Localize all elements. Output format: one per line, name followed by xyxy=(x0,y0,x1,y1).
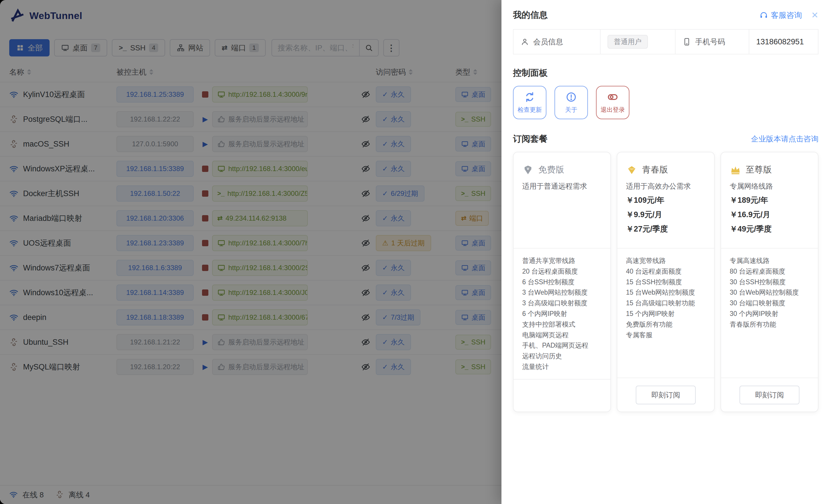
plan-name: 至尊版 xyxy=(746,164,772,176)
plan-card: 至尊版专属网络线路￥189元/年￥16.9元/月￥49元/季度专属高速线路80 … xyxy=(721,152,819,412)
plan-price: ￥49元/季度 xyxy=(730,224,809,234)
plans-title: 订阅套餐 xyxy=(513,133,548,145)
feature-item: 6 台SSH控制额度 xyxy=(522,277,602,288)
plan-price: ￥9.9元/月 xyxy=(626,209,705,220)
member-info-box: 会员信息 普通用户 手机号码 13186082951 xyxy=(513,29,819,55)
feature-item: 3 台高级端口映射额度 xyxy=(522,298,602,308)
plan-features: 专属高速线路80 台远程桌面额度30 台SSH控制额度30 台Web网站控制额度… xyxy=(721,248,818,377)
person-icon xyxy=(520,37,529,46)
plan-tagline: 适用于普通远程需求 xyxy=(522,181,602,191)
plan-name: 免费版 xyxy=(538,164,564,176)
feature-item: 远程访问历史 xyxy=(522,351,602,362)
phone-icon xyxy=(682,37,691,46)
feature-item: 15 个内网IP映射 xyxy=(626,308,705,319)
feature-item: 30 台端口映射额度 xyxy=(730,298,809,308)
account-panel: 我的信息 客服咨询 ✕ 会员信息 普通用户 手机号码 13186082951 控… xyxy=(502,0,830,504)
logout-button[interactable]: 退出登录 xyxy=(596,86,630,119)
plan-price: ￥27元/季度 xyxy=(626,224,705,234)
feature-item: 免费版所有功能 xyxy=(626,319,705,330)
plan-card: v免费版适用于普通远程需求普通共享宽带线路20 台远程桌面额度6 台SSH控制额… xyxy=(513,152,611,412)
feature-item: 流量统计 xyxy=(522,362,602,372)
plan-features: 高速宽带线路40 台远程桌面额度15 台SSH控制额度15 台Web网站控制额度… xyxy=(617,248,714,377)
member-level-cell: 普通用户 xyxy=(600,30,675,54)
plan-tagline: 适用于高效办公需求 xyxy=(626,181,705,191)
shield-gray-icon: v xyxy=(522,164,534,176)
feature-item: 高速宽带线路 xyxy=(626,256,705,266)
plan-cards: v免费版适用于普通远程需求普通共享宽带线路20 台远程桌面额度6 台SSH控制额… xyxy=(513,152,819,412)
phone-number: 13186082951 xyxy=(756,37,804,46)
phone-value-cell: 13186082951 xyxy=(749,30,818,54)
svg-text:v: v xyxy=(527,166,529,170)
panel-title: 我的信息 xyxy=(513,9,548,21)
crown-icon xyxy=(730,164,741,176)
phone-label-cell: 手机号码 xyxy=(675,30,749,54)
plan-name: 青春版 xyxy=(642,164,668,176)
feature-item: 15 台Web网站控制额度 xyxy=(626,287,705,298)
plan-features: 普通共享宽带线路20 台远程桌面额度6 台SSH控制额度3 台Web网站控制额度… xyxy=(514,248,610,379)
control-panel-title: 控制面板 xyxy=(513,67,819,79)
feature-item: 普通共享宽带线路 xyxy=(522,256,602,266)
subscribe-button[interactable]: 即刻订阅 xyxy=(636,385,696,404)
close-icon[interactable]: ✕ xyxy=(811,11,819,20)
plan-tagline: 专属网络线路 xyxy=(730,181,809,191)
screen: WebTunnel 全部桌面7>_SSH4网站⇄端口1 ⋮ 名称 被控主机 访问… xyxy=(0,0,830,504)
panel-header: 我的信息 客服咨询 ✕ xyxy=(513,9,819,21)
feature-item: 电脑端网页远程 xyxy=(522,330,602,340)
feature-item: 40 台远程桌面额度 xyxy=(626,266,705,277)
member-level-badge: 普通用户 xyxy=(608,35,648,49)
feature-item: 青春版所有功能 xyxy=(730,319,809,330)
plan-price: ￥109元/年 xyxy=(626,195,705,205)
info-circle-icon xyxy=(566,91,577,103)
gem-yellow-icon xyxy=(626,164,637,176)
feature-item: 专属客服 xyxy=(626,330,705,340)
plan-price: ￥189元/年 xyxy=(730,195,809,205)
check-update-button[interactable]: 检查更新 xyxy=(513,86,546,119)
feature-item: 支持中控部署模式 xyxy=(522,319,602,330)
feature-item: 30 台SSH控制额度 xyxy=(730,277,809,288)
feature-item: 专属高速线路 xyxy=(730,256,809,266)
about-button[interactable]: 关于 xyxy=(554,86,588,119)
feature-item: 6 个内网IP映射 xyxy=(522,308,602,319)
plan-card: 青春版适用于高效办公需求￥109元/年￥9.9元/月￥27元/季度高速宽带线路4… xyxy=(617,152,715,412)
feature-item: 80 台远程桌面额度 xyxy=(730,266,809,277)
subscribe-button[interactable]: 即刻订阅 xyxy=(739,385,799,404)
plan-price: ￥16.9元/月 xyxy=(730,209,809,220)
feature-item: 15 台高级端口映射功能 xyxy=(626,298,705,308)
feature-item: 20 台远程桌面额度 xyxy=(522,266,602,277)
headset-icon xyxy=(759,11,768,20)
feature-item: 30 台Web网站控制额度 xyxy=(730,287,809,298)
control-buttons: 检查更新关于退出登录 xyxy=(513,86,819,119)
feature-item: 3 台Web网站控制额度 xyxy=(522,287,602,298)
logout-icon xyxy=(607,91,618,103)
sync-icon xyxy=(524,91,536,103)
feature-item: 15 台SSH控制额度 xyxy=(626,277,705,288)
feature-item: 手机、PAD端网页远程 xyxy=(522,340,602,351)
enterprise-link[interactable]: 企业版本请点击咨询 xyxy=(751,134,819,144)
feature-item: 30 个内网IP映射 xyxy=(730,308,809,319)
support-link[interactable]: 客服咨询 xyxy=(759,10,802,21)
member-label-cell: 会员信息 xyxy=(514,30,600,54)
